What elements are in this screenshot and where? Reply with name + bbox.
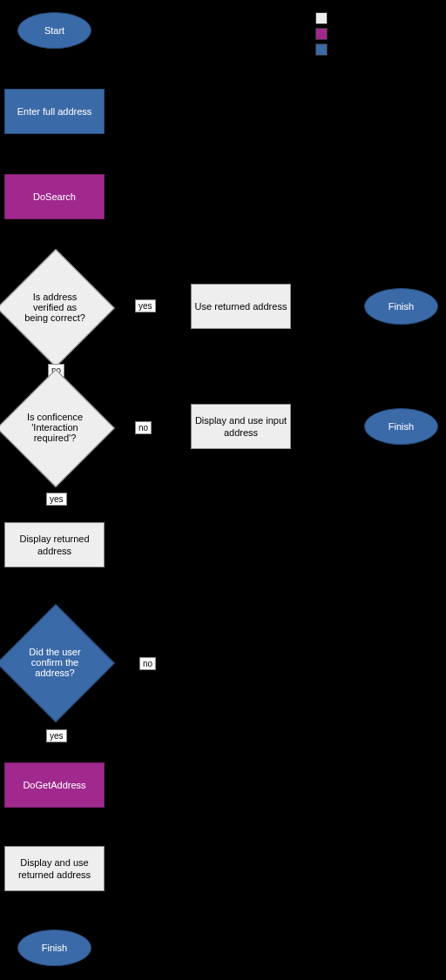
- finish2-node: Finish: [364, 408, 438, 445]
- display-input-node: Display and use input address: [191, 404, 291, 449]
- verified-node: Is address verified as being correct?: [14, 266, 96, 348]
- confidence-no-label: no: [135, 421, 152, 434]
- dosearch-label: DoSearch: [33, 191, 76, 203]
- legend-blue: [315, 44, 328, 56]
- confirm-yes-label: yes: [46, 729, 67, 742]
- use-returned-node: Use returned address: [191, 284, 291, 329]
- enter-address-label: Enter full address: [17, 105, 92, 117]
- dogetaddress-label: DoGetAddress: [23, 779, 85, 791]
- display-use-returned-node: Display and use returned address: [4, 846, 105, 891]
- confirm-node: Did the user confirm the address?: [14, 621, 96, 703]
- legend-grey: [315, 12, 328, 24]
- display-returned-node: Display returned address: [4, 522, 105, 567]
- confidence-label: Is conficence 'Interaction required'?: [24, 412, 85, 443]
- confidence-yes-label: yes: [46, 493, 67, 506]
- dogetaddress-node: DoGetAddress: [4, 762, 105, 808]
- display-use-returned-label: Display and use returned address: [5, 856, 104, 882]
- finish1-label: Finish: [389, 300, 414, 312]
- verified-yes-label: yes: [135, 299, 156, 312]
- start-node: Start: [17, 12, 91, 49]
- confidence-node: Is conficence 'Interaction required'?: [14, 386, 96, 468]
- start-label: Start: [44, 24, 64, 37]
- enter-address-node: Enter full address: [4, 89, 105, 134]
- use-returned-label: Use returned address: [195, 300, 287, 312]
- display-input-label: Display and use input address: [192, 414, 290, 440]
- dosearch-node: DoSearch: [4, 174, 105, 219]
- finish3-label: Finish: [42, 942, 67, 954]
- confirm-label: Did the user confirm the address?: [24, 647, 85, 678]
- finish3-node: Finish: [17, 930, 91, 966]
- display-returned-label: Display returned address: [5, 533, 104, 558]
- confirm-no-label: no: [139, 657, 156, 670]
- legend-purple: [315, 28, 328, 40]
- finish1-node: Finish: [364, 288, 438, 325]
- finish2-label: Finish: [389, 420, 414, 433]
- verified-label: Is address verified as being correct?: [24, 292, 85, 323]
